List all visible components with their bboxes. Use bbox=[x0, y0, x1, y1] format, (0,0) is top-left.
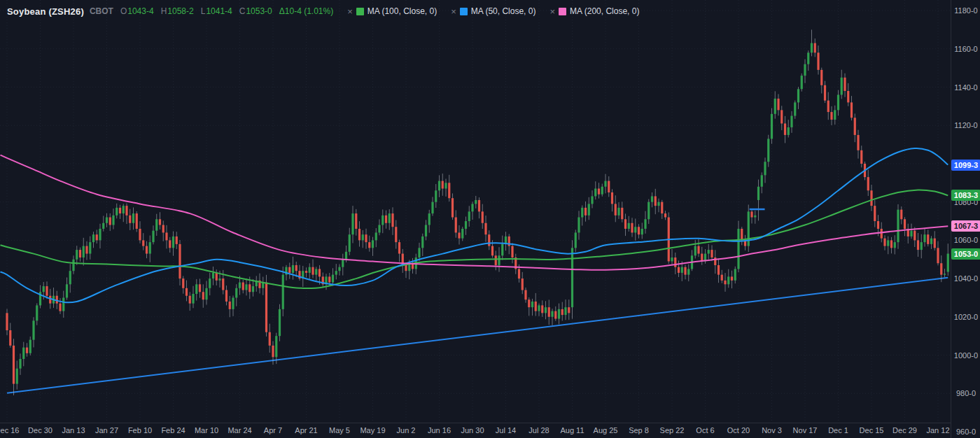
ma100-swatch-icon bbox=[356, 8, 364, 15]
x-tick-label: May 5 bbox=[329, 426, 350, 435]
x-tick-label: Sep 22 bbox=[660, 426, 685, 435]
y-tick-label: 1160-0 bbox=[951, 45, 980, 53]
x-tick-label: Dec 16 bbox=[0, 426, 19, 435]
y-tick-label: 980-0 bbox=[951, 389, 980, 397]
x-tick-label: Aug 25 bbox=[594, 426, 618, 435]
open-field: O1043-4 bbox=[120, 6, 154, 16]
price-badge-last-price: 1053-0 bbox=[951, 248, 980, 260]
x-tick-label: Oct 6 bbox=[696, 426, 714, 435]
x-tick-label: May 19 bbox=[360, 426, 385, 435]
open-value: 1043-4 bbox=[127, 6, 153, 16]
x-tick-label: Sep 8 bbox=[629, 426, 649, 435]
y-tick-label: 1040-0 bbox=[951, 274, 980, 283]
x-tick-label: Feb 24 bbox=[161, 426, 185, 435]
x-tick-label: Dec 29 bbox=[892, 426, 917, 435]
x-tick-label: Dec 15 bbox=[860, 426, 884, 435]
y-tick-label: 1000-0 bbox=[951, 351, 980, 360]
x-tick-label: Mar 10 bbox=[195, 426, 218, 435]
x-tick-label: Jan 12 bbox=[926, 426, 949, 435]
exchange-label: CBOT bbox=[90, 6, 113, 16]
x-tick-label: Jun 2 bbox=[397, 426, 416, 435]
remove-ma50-icon[interactable]: × bbox=[451, 7, 456, 16]
remove-ma200-icon[interactable]: × bbox=[550, 7, 555, 16]
ma50-label[interactable]: MA (50, Close, 0) bbox=[471, 6, 536, 16]
y-tick-label: 1020-0 bbox=[951, 313, 980, 321]
high-field: H1058-2 bbox=[161, 6, 194, 16]
x-tick-label: Dec 1 bbox=[828, 426, 848, 435]
x-tick-label: Mar 24 bbox=[227, 426, 251, 435]
change-value: Δ10-4 (1.01%) bbox=[279, 6, 333, 16]
low-field: L1041-4 bbox=[201, 6, 232, 16]
x-tick-label: Jul 14 bbox=[496, 426, 516, 435]
close-value: 1053-0 bbox=[246, 6, 272, 16]
x-tick-label: Jan 27 bbox=[95, 426, 118, 435]
candle-wicks bbox=[7, 29, 948, 395]
x-tick-label: Feb 10 bbox=[128, 426, 152, 435]
ma200-swatch-icon bbox=[559, 8, 566, 15]
price-axis[interactable]: 1180-01160-01140-01120-01100-01080-01060… bbox=[951, 0, 980, 438]
ma50-swatch-icon bbox=[460, 8, 468, 15]
time-axis[interactable]: Dec 16Dec 30Jan 13Jan 27Feb 10Feb 24Mar … bbox=[0, 423, 951, 438]
x-tick-label: Nov 17 bbox=[793, 426, 818, 435]
price-badge-MA200: 1067-3 bbox=[951, 220, 980, 232]
ma200-label[interactable]: MA (200, Close, 0) bbox=[570, 6, 639, 16]
trading-chart-app: Soybean (ZSH26) CBOT O1043-4 H1058-2 L10… bbox=[0, 0, 980, 438]
y-tick-label: 1140-0 bbox=[951, 83, 980, 92]
close-field: C1053-0 bbox=[239, 6, 272, 16]
x-tick-label: Oct 20 bbox=[727, 426, 750, 435]
low-value: 1041-4 bbox=[206, 6, 232, 16]
indicator-ma200: × MA (200, Close, 0) bbox=[550, 6, 639, 16]
y-tick-label: 1060-0 bbox=[951, 236, 980, 244]
x-tick-label: Apr 21 bbox=[295, 426, 317, 435]
x-tick-label: Jul 28 bbox=[528, 426, 549, 435]
x-tick-label: Jun 30 bbox=[461, 426, 484, 435]
remove-ma100-icon[interactable]: × bbox=[347, 7, 353, 16]
x-tick-label: Aug 11 bbox=[560, 426, 584, 435]
chart-pane[interactable] bbox=[0, 0, 951, 423]
indicator-ma100: × MA (100, Close, 0) bbox=[347, 6, 437, 16]
chart-legend-header: Soybean (ZSH26) CBOT O1043-4 H1058-2 L10… bbox=[7, 5, 639, 17]
ma-line-ma50[interactable] bbox=[1, 148, 948, 302]
ma100-label[interactable]: MA (100, Close, 0) bbox=[368, 6, 437, 16]
price-badge-MA50: 1099-3 bbox=[951, 160, 980, 171]
y-tick-label: 1180-0 bbox=[951, 6, 980, 15]
ma-line-ma200[interactable] bbox=[1, 155, 948, 270]
trendline-drawing[interactable] bbox=[7, 278, 948, 393]
indicator-ma50: × MA (50, Close, 0) bbox=[451, 6, 536, 16]
x-tick-label: Jun 16 bbox=[428, 426, 451, 435]
x-tick-label: Jan 13 bbox=[62, 426, 85, 435]
price-badge-MA100: 1083-3 bbox=[951, 190, 980, 201]
x-tick-label: Dec 30 bbox=[28, 426, 52, 435]
x-tick-label: Apr 7 bbox=[264, 426, 282, 435]
symbol-title[interactable]: Soybean (ZSH26) bbox=[7, 6, 84, 17]
y-tick-label: 1120-0 bbox=[951, 121, 980, 129]
high-value: 1058-2 bbox=[167, 6, 193, 16]
x-tick-label: Nov 3 bbox=[762, 426, 782, 435]
y-tick-label: 960-0 bbox=[951, 428, 980, 436]
